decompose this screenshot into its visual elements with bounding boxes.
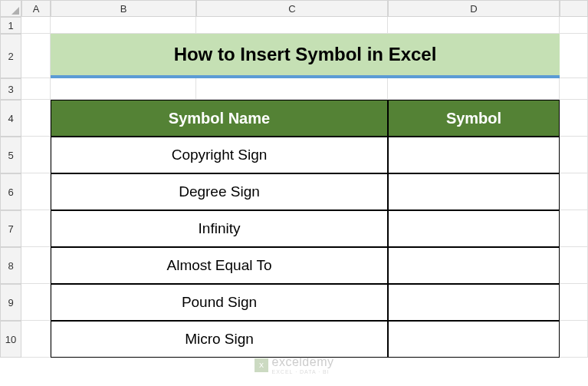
cell-b1[interactable] xyxy=(51,17,196,34)
table-row[interactable]: Copyright Sign xyxy=(51,137,388,173)
cell-a10[interactable] xyxy=(21,321,51,358)
cell-d1[interactable] xyxy=(388,17,560,34)
cell-a8[interactable] xyxy=(21,247,51,284)
watermark-text-wrap: exceldemy EXCEL · DATA · BI xyxy=(272,355,334,374)
cell-e9[interactable] xyxy=(560,284,588,321)
svg-text:X: X xyxy=(259,361,264,369)
row-header-3[interactable]: 3 xyxy=(0,78,21,100)
table-row[interactable] xyxy=(388,210,560,247)
table-row[interactable]: Almost Equal To xyxy=(51,247,388,284)
cell-d3[interactable] xyxy=(388,78,560,100)
cell-e8[interactable] xyxy=(560,247,588,284)
cell-a2[interactable] xyxy=(21,34,51,78)
excel-icon: X xyxy=(255,358,268,372)
spreadsheet-grid: A B C D 1 2 How to Insert Symbol in Exce… xyxy=(0,0,588,358)
cell-b3[interactable] xyxy=(51,78,196,100)
col-header-d[interactable]: D xyxy=(388,0,560,17)
col-header-c[interactable]: C xyxy=(196,0,388,17)
table-row[interactable] xyxy=(388,173,560,210)
select-all-corner[interactable] xyxy=(0,0,21,17)
row-header-8[interactable]: 8 xyxy=(0,247,21,284)
cell-e4[interactable] xyxy=(560,100,588,137)
watermark: X exceldemy EXCEL · DATA · BI xyxy=(255,355,334,374)
row-header-7[interactable]: 7 xyxy=(0,210,21,247)
cell-a1[interactable] xyxy=(21,17,51,34)
col-header-a[interactable]: A xyxy=(21,0,51,17)
cell-e1[interactable] xyxy=(560,17,588,34)
col-header-next[interactable] xyxy=(560,0,588,17)
table-row[interactable] xyxy=(388,321,560,358)
cell-a5[interactable] xyxy=(21,137,51,173)
row-header-6[interactable]: 6 xyxy=(0,173,21,210)
cell-a9[interactable] xyxy=(21,284,51,321)
cell-c3[interactable] xyxy=(196,78,388,100)
cell-c1[interactable] xyxy=(196,17,388,34)
cell-a7[interactable] xyxy=(21,210,51,247)
row-header-5[interactable]: 5 xyxy=(0,137,21,173)
watermark-name: exceldemy xyxy=(272,355,334,369)
table-row[interactable]: Infinity xyxy=(51,210,388,247)
cell-a3[interactable] xyxy=(21,78,51,100)
table-row[interactable] xyxy=(388,137,560,173)
row-header-10[interactable]: 10 xyxy=(0,321,21,358)
table-header-symbol[interactable]: Symbol xyxy=(388,100,560,137)
table-row[interactable] xyxy=(388,247,560,284)
row-header-4[interactable]: 4 xyxy=(0,100,21,137)
table-row[interactable] xyxy=(388,284,560,321)
cell-e3[interactable] xyxy=(560,78,588,100)
col-header-b[interactable]: B xyxy=(51,0,196,17)
watermark-tagline: EXCEL · DATA · BI xyxy=(272,369,334,374)
row-header-9[interactable]: 9 xyxy=(0,284,21,321)
table-row[interactable]: Pound Sign xyxy=(51,284,388,321)
cell-a4[interactable] xyxy=(21,100,51,137)
row-header-1[interactable]: 1 xyxy=(0,17,21,34)
cell-e6[interactable] xyxy=(560,173,588,210)
table-header-symbol-name[interactable]: Symbol Name xyxy=(51,100,388,137)
cell-a6[interactable] xyxy=(21,173,51,210)
cell-e2[interactable] xyxy=(560,34,588,78)
cell-e10[interactable] xyxy=(560,321,588,358)
cell-e5[interactable] xyxy=(560,137,588,173)
cell-e7[interactable] xyxy=(560,210,588,247)
table-row[interactable]: Micro Sign xyxy=(51,321,388,358)
table-row[interactable]: Degree Sign xyxy=(51,173,388,210)
row-header-2[interactable]: 2 xyxy=(0,34,21,78)
title-banner[interactable]: How to Insert Symbol in Excel xyxy=(51,34,560,78)
